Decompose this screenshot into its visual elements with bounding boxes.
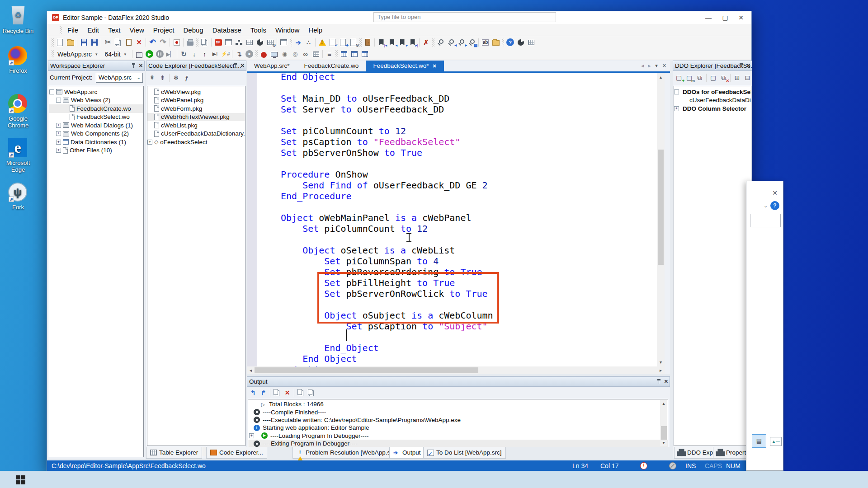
expander-icon[interactable]: - bbox=[49, 89, 54, 94]
output-vscrollbar[interactable]: ▴ ▾ bbox=[660, 400, 667, 446]
output-row[interactable]: iStarting web application: Editor Sample bbox=[248, 424, 668, 432]
print-icon[interactable] bbox=[185, 38, 195, 47]
code-explorer-tree-item[interactable]: +◇oFeedbackSelect bbox=[147, 138, 245, 146]
menu-text[interactable]: Text bbox=[104, 25, 125, 35]
export-icon[interactable]: ➔ bbox=[338, 38, 348, 47]
output-row[interactable]: ▷Total Blocks : 14966 bbox=[248, 400, 668, 408]
pin-icon[interactable] bbox=[739, 63, 744, 68]
pin-icon[interactable] bbox=[657, 379, 661, 384]
copy-all-icon[interactable] bbox=[296, 388, 306, 398]
menu-database[interactable]: Database bbox=[208, 25, 246, 35]
prev-message-icon[interactable]: ↰ bbox=[248, 388, 258, 398]
output-row[interactable]: ----Compile Finished---- bbox=[248, 408, 668, 416]
current-project-dropdown[interactable]: WebApp.src⌄ bbox=[96, 73, 143, 83]
architecture-combo[interactable]: 64-bit▾ bbox=[102, 49, 129, 59]
bottom-tab-to-do-list-webapp-src-[interactable]: ✓To Do List [WebApp.src] bbox=[423, 447, 506, 459]
bookmark-next-icon[interactable]: ▸ bbox=[397, 38, 407, 47]
editor-tab[interactable]: FeedbackSelect.wo*✕ bbox=[366, 61, 443, 71]
locals-grid-icon[interactable] bbox=[311, 49, 321, 59]
save-icon[interactable] bbox=[79, 38, 89, 47]
bottom-tab-table-explorer[interactable]: Table Explorer bbox=[146, 447, 202, 459]
pin-icon[interactable] bbox=[132, 63, 136, 68]
copy-selection-icon[interactable] bbox=[307, 388, 316, 398]
collapse-ddos-icon[interactable]: ⊟ bbox=[743, 73, 752, 83]
class-palette-icon[interactable] bbox=[245, 38, 254, 47]
code-explorer-tree-item[interactable]: cWebForm.pkg bbox=[147, 104, 245, 113]
close-button[interactable]: ✕ bbox=[734, 13, 748, 22]
editor-tab[interactable]: FeedbackCreate.wo bbox=[297, 61, 366, 71]
skip-next-icon[interactable]: ↴ bbox=[234, 49, 244, 59]
show-methods-icon[interactable]: ✻ bbox=[171, 73, 181, 83]
find-next-icon[interactable]: ▸ bbox=[457, 38, 466, 47]
ddo-tree-item[interactable]: +DDO Column Selector bbox=[674, 104, 751, 113]
expander-icon[interactable]: + bbox=[56, 123, 61, 128]
goto-definition-icon[interactable]: ➔ bbox=[293, 38, 303, 47]
code-flow-icon[interactable]: ∴ bbox=[304, 38, 313, 47]
menu-edit[interactable]: Edit bbox=[83, 25, 104, 35]
menu-view[interactable]: View bbox=[125, 25, 149, 35]
restart-icon[interactable]: ↻ bbox=[179, 49, 189, 59]
output-row[interactable]: +▶----Loading Program In Debugger---- bbox=[248, 432, 668, 440]
undo-icon[interactable]: ↶ bbox=[148, 38, 157, 47]
close-icon[interactable]: ✕ bbox=[664, 379, 668, 384]
stop-debug-icon[interactable]: ■ bbox=[245, 49, 254, 59]
output-row[interactable]: ----Exiting Program In Debugger---- bbox=[248, 440, 668, 447]
maximize-button[interactable]: ▢ bbox=[718, 13, 732, 22]
about-icon[interactable] bbox=[516, 38, 525, 47]
compile-icon[interactable] bbox=[134, 49, 144, 59]
file-open-input[interactable]: Type file to open bbox=[373, 12, 556, 22]
menu-window[interactable]: Window bbox=[271, 25, 304, 35]
new-file-icon[interactable] bbox=[55, 38, 65, 47]
open-folder-icon[interactable] bbox=[66, 38, 75, 47]
problems-icon[interactable] bbox=[317, 38, 327, 47]
copy-special-icon[interactable] bbox=[200, 38, 209, 47]
bottom-tab-output[interactable]: ➔Output bbox=[389, 447, 425, 459]
desktop-icon-recycle[interactable]: ♻Recycle Bin bbox=[0, 5, 36, 34]
workspace-tree-item[interactable]: -WebApp.src bbox=[49, 88, 143, 96]
database-explorer-icon[interactable] bbox=[349, 49, 359, 59]
run-to-cursor-icon[interactable]: ▶I bbox=[210, 49, 220, 59]
bookmark-last-icon[interactable]: ▸| bbox=[408, 38, 417, 47]
tab-scroll-buttons[interactable]: ◃▹▾✕ bbox=[641, 63, 666, 69]
watch-icon[interactable]: ◉ bbox=[280, 49, 289, 59]
code-explorer-tree-item[interactable]: cWebRichTextViewer.pkg bbox=[147, 113, 245, 122]
code-explorer-tree-item[interactable]: cWebView.pkg bbox=[147, 88, 245, 96]
project-combo[interactable]: WebApp.src▾ bbox=[55, 49, 100, 59]
workspace-window-icon[interactable] bbox=[224, 38, 233, 47]
expander-icon[interactable]: - bbox=[56, 98, 61, 103]
table-lookup-icon[interactable]: ⊙ bbox=[265, 38, 275, 47]
expander-icon[interactable]: + bbox=[56, 131, 61, 136]
open-dd-icon[interactable]: ▢+ bbox=[674, 73, 684, 83]
view-dd-icon[interactable]: ▢ bbox=[708, 73, 718, 83]
save-all-icon[interactable] bbox=[90, 38, 99, 47]
dd-window-icon[interactable]: ⧉ bbox=[695, 73, 704, 83]
replace-icon[interactable]: ab bbox=[481, 38, 490, 47]
remove-dd-icon[interactable]: ⧉✕ bbox=[719, 73, 728, 83]
clear-output-icon[interactable]: ✕ bbox=[283, 388, 292, 398]
delete-icon[interactable]: ✕ bbox=[134, 38, 144, 47]
breakpoint-list-icon[interactable] bbox=[269, 49, 279, 59]
expander-icon[interactable]: + bbox=[147, 140, 152, 145]
desktop-icon-fork[interactable]: ψ↗Fork bbox=[0, 183, 36, 211]
call-stack-icon[interactable]: ≡ bbox=[325, 49, 334, 59]
editor-tab[interactable]: WebApp.src* bbox=[247, 61, 297, 71]
workspace-tree-item[interactable]: +Web Modal Dialogs (1) bbox=[49, 121, 143, 130]
workspace-tree-item[interactable]: FeedbackSelect.wo bbox=[49, 113, 143, 122]
find-symbol-icon[interactable] bbox=[491, 38, 500, 47]
exit-code-icon[interactable] bbox=[363, 38, 373, 47]
find-prev-icon[interactable]: ◂ bbox=[446, 38, 456, 47]
bookmark-first-icon[interactable]: |◂ bbox=[377, 38, 386, 47]
desktop-icon-chrome[interactable]: ↗GoogleChrome bbox=[0, 94, 36, 129]
desktop-icon-firefox[interactable]: ↗Firefox bbox=[0, 46, 36, 74]
copy-icon[interactable] bbox=[113, 38, 123, 47]
dataflex-home-icon[interactable]: DF bbox=[213, 38, 223, 47]
find-in-files-icon[interactable]: ▤ bbox=[467, 38, 476, 47]
menu-file[interactable]: File bbox=[63, 25, 83, 35]
database-refresh-icon[interactable] bbox=[360, 49, 369, 59]
minimize-button[interactable]: — bbox=[702, 13, 715, 22]
paste-icon[interactable] bbox=[124, 38, 133, 47]
find-icon[interactable] bbox=[436, 38, 445, 47]
step-over-icon[interactable]: ↓ bbox=[189, 49, 199, 59]
ddo-tree-item[interactable]: -DDOs for oFeedbackSelect bbox=[674, 88, 751, 96]
cut-icon[interactable]: ✂ bbox=[103, 38, 113, 47]
